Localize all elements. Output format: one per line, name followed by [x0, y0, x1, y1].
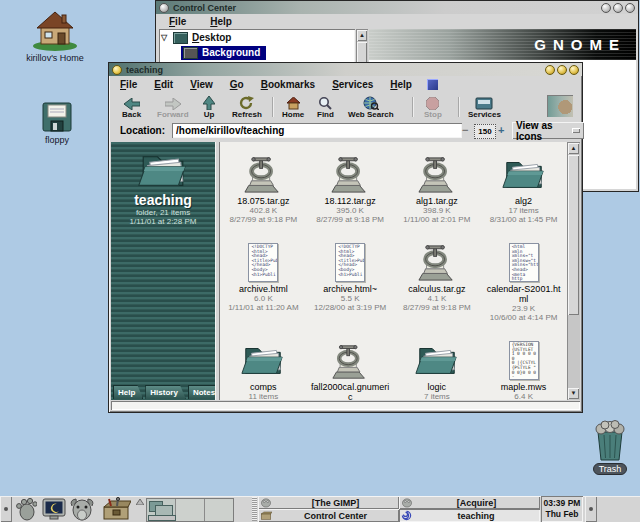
toolbox-icon [101, 497, 131, 521]
desktop: kirillov's Home floppy Trash [0, 0, 640, 522]
home-button[interactable]: Home [282, 94, 304, 119]
desktop-icon-trash[interactable]: Trash [575, 420, 640, 475]
file-item[interactable]: alg1.tar.gz 398.9 K 1/11/00 at 2:01 PM [394, 142, 481, 230]
gimp-launcher[interactable] [69, 497, 95, 521]
tasklist-handle[interactable] [252, 497, 257, 521]
scroll-down-icon[interactable]: ▼ [568, 388, 579, 399]
refresh-button[interactable]: Refresh [232, 94, 262, 119]
window-menu-icon[interactable] [159, 3, 169, 13]
desktop-icon-floppy[interactable]: floppy [22, 100, 92, 145]
file-item[interactable]: 18.112.tar.gz 395.0 K 8/27/99 at 9:18 PM [307, 142, 394, 230]
file-item[interactable]: <!DOCTYP <html> <head> <title>Publ </hea… [220, 230, 307, 328]
workspace-1[interactable] [147, 499, 176, 521]
zoom-out-icon[interactable]: − [462, 124, 468, 136]
tree-item-desktop[interactable]: ▽ Desktop [159, 30, 355, 45]
clock-date: Thu Feb 22 [541, 509, 583, 522]
file-item[interactable]: comps 11 items 1/10/01 at 11:25 [220, 328, 307, 400]
file-date: 8/31/00 at 1:45 PM [490, 215, 558, 224]
scrollbar-thumb[interactable] [568, 155, 579, 315]
scroll-up-icon[interactable]: ▲ [357, 30, 367, 41]
file-name: 18.075.tar.gz [237, 196, 289, 206]
configuration-launcher[interactable] [99, 497, 133, 521]
forward-button[interactable]: Forward [157, 94, 189, 119]
file-item[interactable]: <!DOCTYP <html> <head> <title>Publ </hea… [307, 230, 394, 328]
swirl-icon [401, 510, 412, 521]
up-button[interactable]: Up [203, 94, 215, 119]
minimize-button[interactable] [545, 65, 555, 75]
file-size: 17 items [509, 206, 539, 215]
file-size: 23.9 K [512, 304, 535, 313]
close-button[interactable] [569, 65, 579, 75]
tab-notes[interactable]: Notes [188, 385, 215, 399]
file-item[interactable]: alg2 17 items 8/31/00 at 1:45 PM [480, 142, 567, 230]
tab-help[interactable]: Help [113, 385, 143, 399]
close-button[interactable] [625, 3, 635, 13]
html-file-icon: <!DOCTYP <html> <head> <title>Publ </hea… [335, 243, 365, 282]
stop-button[interactable]: Stop [424, 94, 442, 119]
menu-view[interactable]: View [188, 78, 215, 91]
services-button[interactable]: Services [468, 94, 501, 119]
applet-handle-icon[interactable] [136, 499, 144, 505]
task-label: [Acquire] [413, 498, 540, 508]
desktop-icon-label: kirillov's Home [26, 53, 84, 63]
maximize-button[interactable] [557, 65, 567, 75]
menu-bookmarks[interactable]: Bookmarks [259, 78, 317, 91]
panel-hide-button-right[interactable] [585, 496, 597, 522]
view-scrollbar[interactable]: ▲ ▼ [567, 142, 580, 400]
clock-applet[interactable]: 03:39 PM Thu Feb 22 [541, 496, 583, 522]
file-item[interactable]: logic 7 items today at 2:55 PM [394, 328, 481, 400]
control-center-titlebar[interactable]: Control Center [156, 1, 638, 14]
menu-edit[interactable]: Edit [152, 78, 175, 91]
expander-icon[interactable]: ▽ [159, 33, 169, 42]
desktop-icon-home[interactable]: kirillov's Home [20, 6, 90, 63]
file-item[interactable]: fall2000cal.gnumeric 4.8 K [307, 328, 394, 400]
selected-row[interactable]: Background [181, 46, 266, 60]
tarball-icon [418, 244, 456, 282]
file-size: 11 items [249, 392, 279, 400]
minimize-button[interactable] [601, 3, 611, 13]
tree-item-background[interactable]: Background [159, 45, 355, 60]
menu-help[interactable]: Help [388, 78, 414, 91]
zoom-level[interactable]: 150 [474, 124, 496, 139]
task-acquire[interactable]: [Acquire] [399, 496, 540, 509]
tarball-icon [244, 156, 282, 194]
menu-services[interactable]: Services [330, 78, 375, 91]
file-item[interactable]: calculus.tar.gz 4.1 K 8/27/99 at 9:18 PM [394, 230, 481, 328]
folder-icon [414, 340, 460, 380]
file-item[interactable]: 18.075.tar.gz 402.8 K 8/27/99 at 9:18 PM [220, 142, 307, 230]
zoom-in-icon[interactable]: + [498, 124, 504, 136]
task-control-center[interactable]: Control Center [258, 509, 399, 522]
workspace-2[interactable] [176, 499, 205, 521]
desk-guide-applet[interactable] [146, 498, 234, 522]
scroll-up-icon[interactable]: ▲ [568, 143, 579, 154]
file-date: 10/6/00 at 4:14 PM [490, 313, 558, 322]
toolbar-separator [458, 97, 459, 117]
screensaver-launcher[interactable] [41, 497, 67, 521]
file-manager-toolbar: Back Forward Up Refresh Home Find [110, 93, 581, 121]
window-menu-icon[interactable] [112, 65, 122, 75]
file-manager-menubar: File Edit View Go Bookmarks Services Hel… [110, 76, 581, 93]
tab-history[interactable]: History [145, 385, 186, 399]
web-search-button[interactable]: Web Search [348, 94, 394, 119]
gnome-panel: [The GIMP] [Acquire] Control Center [0, 496, 640, 522]
file-item[interactable]: {VERSION {USTYLET 1 0 0 0 0 0 0 |{CSTYL … [480, 328, 567, 400]
file-manager-titlebar[interactable]: teaching [109, 63, 582, 76]
find-button[interactable]: Find [317, 94, 334, 119]
menu-help[interactable]: Help [208, 15, 234, 28]
view-mode-select[interactable]: View as Icons [512, 122, 584, 139]
file-item[interactable]: <html xmln xmlns="t xmlnsw="t xmlns="htt… [480, 230, 567, 328]
maximize-button[interactable] [613, 3, 623, 13]
menu-file[interactable]: File [167, 15, 188, 28]
workspace-3[interactable] [205, 499, 233, 521]
panel-hide-button-left[interactable] [0, 496, 12, 522]
task-teaching[interactable]: teaching [399, 509, 540, 522]
location-input[interactable] [172, 123, 462, 138]
back-button[interactable]: Back [122, 94, 141, 119]
floppy-icon [40, 100, 74, 134]
folder-icon [240, 340, 286, 380]
main-menu-button[interactable] [13, 497, 39, 521]
task-the-gimp[interactable]: [The GIMP] [258, 496, 399, 509]
menu-go[interactable]: Go [228, 78, 246, 91]
task-label: teaching [412, 511, 540, 521]
menu-file[interactable]: File [118, 78, 139, 91]
